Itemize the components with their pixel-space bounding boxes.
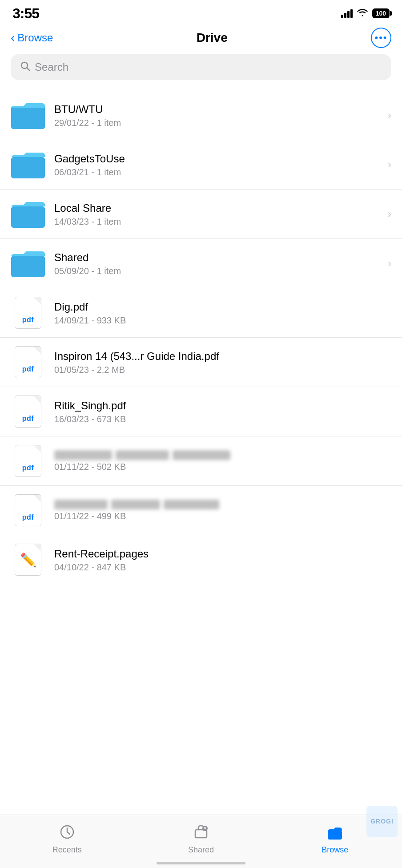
- recents-icon: [56, 821, 78, 843]
- file-meta: 16/03/23 - 673 KB: [54, 414, 391, 424]
- tab-shared-label: Shared: [188, 845, 214, 855]
- list-item[interactable]: pdf Ritik_Singh.pdf 16/03/23 - 673 KB: [0, 387, 402, 436]
- chevron-right-icon: ›: [388, 208, 391, 220]
- file-name: Shared: [54, 250, 383, 264]
- pdf-icon-blurred-1: pdf: [11, 444, 45, 478]
- svg-rect-10: [11, 256, 45, 277]
- file-list: BTU/WTU 29/01/22 - 1 item › GadgetsToUse…: [0, 91, 402, 584]
- pdf-icon-blurred-2: pdf: [11, 493, 45, 528]
- file-name: GadgetsToUse: [54, 152, 383, 166]
- file-name: Local Share: [54, 201, 383, 215]
- wifi-icon: [357, 8, 368, 19]
- file-info: Dig.pdf 14/09/21 - 933 KB: [54, 300, 391, 326]
- pdf-icon-ritik: pdf: [11, 394, 45, 429]
- blurred-filename-1: [54, 450, 112, 460]
- blurred-filename-2: [54, 500, 108, 509]
- list-item[interactable]: pdf Dig.pdf 14/09/21 - 933 KB: [0, 288, 402, 338]
- tab-recents-label: Recents: [52, 845, 82, 855]
- list-item[interactable]: pdf 01/11/22 - 499 KB: [0, 486, 402, 535]
- file-meta: 01/11/22 - 502 KB: [54, 462, 391, 472]
- list-item[interactable]: ✏️ Rent-Receipt.pages 04/10/22 - 847 KB: [0, 535, 402, 584]
- list-item[interactable]: GadgetsToUse 06/03/21 - 1 item ›: [0, 140, 402, 190]
- blurred-filename-1c: [173, 450, 230, 460]
- file-info: 01/11/22 - 499 KB: [54, 500, 391, 521]
- file-name: Rent-Receipt.pages: [54, 547, 391, 561]
- more-options-icon: •••: [374, 33, 387, 43]
- blurred-filename-2c: [164, 500, 219, 509]
- folder-icon-gadgets: [11, 147, 45, 182]
- folder-icon-shared: [11, 246, 45, 281]
- file-meta: 14/09/21 - 933 KB: [54, 315, 391, 326]
- nav-bar: ‹ Browse Drive •••: [0, 24, 402, 54]
- file-meta: 06/03/21 - 1 item: [54, 167, 383, 178]
- file-info: Inspiron 14 (543...r Guide India.pdf 01/…: [54, 349, 391, 375]
- file-info: GadgetsToUse 06/03/21 - 1 item: [54, 152, 383, 178]
- list-item[interactable]: Shared 05/09/20 - 1 item ›: [0, 239, 402, 288]
- blurred-filename-1b: [116, 450, 169, 460]
- svg-rect-6: [11, 157, 45, 178]
- svg-line-1: [27, 68, 30, 71]
- chevron-right-icon: ›: [388, 158, 391, 171]
- file-name: Dig.pdf: [54, 300, 391, 314]
- list-item[interactable]: BTU/WTU 29/01/22 - 1 item ›: [0, 91, 402, 140]
- blurred-filename-2b: [111, 500, 160, 509]
- back-label: Browse: [17, 32, 53, 44]
- svg-rect-8: [11, 206, 45, 228]
- file-meta: 01/11/22 - 499 KB: [54, 511, 391, 521]
- home-indicator: [157, 862, 245, 864]
- list-item[interactable]: pdf 01/11/22 - 502 KB: [0, 436, 402, 486]
- browse-icon: [324, 821, 346, 843]
- file-meta: 14/03/23 - 1 item: [54, 217, 383, 227]
- list-item[interactable]: Local Share 14/03/23 - 1 item ›: [0, 190, 402, 239]
- file-info: Shared 05/09/20 - 1 item: [54, 250, 383, 276]
- battery-icon: 100: [372, 8, 390, 18]
- file-name: Ritik_Singh.pdf: [54, 399, 391, 412]
- shared-icon: [190, 821, 212, 843]
- pdf-icon-dig: pdf: [11, 295, 45, 330]
- back-chevron-icon: ‹: [11, 31, 15, 45]
- chevron-right-icon: ›: [388, 109, 391, 121]
- search-placeholder: Search: [35, 61, 68, 73]
- folder-icon-local-share: [11, 197, 45, 231]
- file-meta: 05/09/20 - 1 item: [54, 266, 383, 276]
- search-bar[interactable]: Search: [11, 54, 391, 80]
- tab-bar: Recents Shared Browse: [0, 815, 402, 868]
- file-info: Local Share 14/03/23 - 1 item: [54, 201, 383, 227]
- file-info: Ritik_Singh.pdf 16/03/23 - 673 KB: [54, 399, 391, 424]
- back-button[interactable]: ‹ Browse: [11, 31, 53, 45]
- pencil-icon: ✏️: [20, 552, 36, 568]
- search-icon: [20, 61, 30, 74]
- tab-shared[interactable]: Shared: [134, 821, 268, 855]
- more-options-button[interactable]: •••: [371, 28, 391, 48]
- status-icons: 100: [341, 8, 390, 19]
- list-item[interactable]: pdf Inspiron 14 (543...r Guide India.pdf…: [0, 338, 402, 387]
- page-title: Drive: [197, 31, 228, 45]
- status-bar: 3:55 100: [0, 0, 402, 24]
- file-meta: 04/10/22 - 847 KB: [54, 562, 391, 573]
- status-time: 3:55: [12, 5, 39, 22]
- svg-rect-15: [328, 831, 342, 840]
- tab-browse-label: Browse: [322, 845, 348, 855]
- svg-point-14: [204, 827, 205, 828]
- file-info: Rent-Receipt.pages 04/10/22 - 847 KB: [54, 547, 391, 573]
- pages-icon-rent-receipt: ✏️: [11, 542, 45, 577]
- file-meta: 01/05/23 - 2.2 MB: [54, 365, 391, 375]
- file-name: BTU/WTU: [54, 102, 383, 116]
- tab-recents[interactable]: Recents: [0, 821, 134, 855]
- svg-rect-4: [11, 108, 45, 129]
- folder-icon-btu-wtu: [11, 98, 45, 133]
- search-bar-container: Search: [0, 54, 402, 91]
- file-info: BTU/WTU 29/01/22 - 1 item: [54, 102, 383, 128]
- signal-icon: [341, 9, 353, 18]
- pdf-icon-inspiron: pdf: [11, 345, 45, 379]
- file-name: Inspiron 14 (543...r Guide India.pdf: [54, 349, 391, 363]
- chevron-right-icon: ›: [388, 257, 391, 270]
- file-meta: 29/01/22 - 1 item: [54, 118, 383, 128]
- watermark: GROGI: [366, 806, 398, 837]
- file-info: 01/11/22 - 502 KB: [54, 450, 391, 472]
